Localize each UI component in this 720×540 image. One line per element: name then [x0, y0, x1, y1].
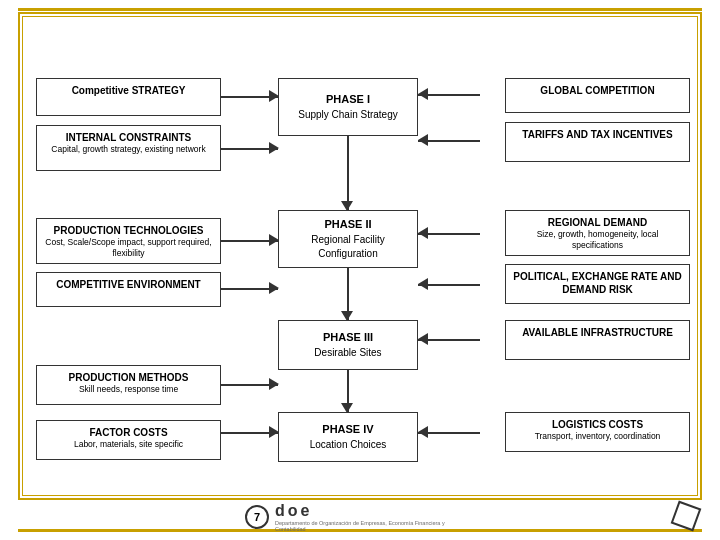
arrow-competitive-to-phase1: [269, 90, 279, 102]
tariffs-tax-label: TARIFFS AND TAX INCENTIVES: [512, 128, 683, 141]
logo-text: doe: [275, 502, 475, 520]
top-gold-line: [18, 8, 702, 11]
political-exchange-label: POLITICAL, EXCHANGE RATE AND DEMAND RISK: [512, 270, 683, 296]
phase4-box: PHASE IV Location Choices: [278, 412, 418, 462]
production-tech-box: PRODUCTION TECHNOLOGIES Cost, Scale/Scop…: [36, 218, 221, 264]
production-tech-title: PRODUCTION TECHNOLOGIES: [43, 224, 214, 237]
regional-demand-sub: Size, growth, homogeneity, local specifi…: [512, 229, 683, 251]
phase1-box: PHASE I Supply Chain Strategy: [278, 78, 418, 136]
production-tech-sub: Cost, Scale/Scope impact, support requir…: [43, 237, 214, 259]
logo-name: doe Departamento de Organización de Empr…: [275, 502, 475, 532]
arrow-regional-to-phase2: [418, 227, 428, 239]
phase3-title: PHASE III: [323, 330, 373, 345]
arrow-prodtech-to-phase2: [269, 234, 279, 246]
production-methods-sub: Skill needs, response time: [43, 384, 214, 395]
logistics-costs-title: LOGISTICS COSTS: [512, 418, 683, 431]
logo-subtext: Departamento de Organización de Empresas…: [275, 520, 475, 532]
competitive-strategy-box: Competitive STRATEGY: [36, 78, 221, 116]
production-methods-title: PRODUCTION METHODS: [43, 371, 214, 384]
phase2-to-phase3-arrow: [341, 311, 353, 321]
arrow-factor-to-phase4: [269, 426, 279, 438]
regional-demand-box: REGIONAL DEMAND Size, growth, homogeneit…: [505, 210, 690, 256]
available-infra-label: AVAILABLE INFRASTRUCTURE: [512, 326, 683, 339]
competitive-strategy-label: Competitive STRATEGY: [72, 85, 186, 96]
phase1-sub: Supply Chain Strategy: [298, 108, 398, 122]
factor-costs-sub: Labor, materials, site specific: [43, 439, 214, 450]
footer: 7 doe Departamento de Organización de Em…: [0, 502, 720, 532]
internal-constraints-box: INTERNAL CONSTRAINTS Capital, growth str…: [36, 125, 221, 171]
phase2-sub: Regional Facility Configuration: [287, 233, 409, 261]
phase2-box: PHASE II Regional Facility Configuration: [278, 210, 418, 268]
competitive-env-label: COMPETITIVE ENVIRONMENT: [56, 279, 200, 290]
factor-costs-box: FACTOR COSTS Labor, materials, site spec…: [36, 420, 221, 460]
global-competition-box: GLOBAL COMPETITION: [505, 78, 690, 113]
phase3-sub: Desirable Sites: [314, 346, 381, 360]
phase1-to-phase2-line: [347, 136, 349, 210]
phase4-sub: Location Choices: [310, 438, 387, 452]
phase4-title: PHASE IV: [322, 422, 373, 437]
phase3-box: PHASE III Desirable Sites: [278, 320, 418, 370]
regional-demand-title: REGIONAL DEMAND: [512, 216, 683, 229]
arrow-compenv-to-phase2: [269, 282, 279, 294]
logo-area: 7 doe Departamento de Organización de Em…: [245, 502, 475, 532]
arrow-political-to-phase2: [418, 278, 428, 290]
arrow-infra-to-phase3: [418, 333, 428, 345]
arrow-logistics-to-phase4: [418, 426, 428, 438]
logistics-costs-box: LOGISTICS COSTS Transport, inventory, co…: [505, 412, 690, 452]
arrow-internal-to-phase1: [269, 142, 279, 154]
logo-symbol: 7: [254, 511, 260, 523]
factor-costs-title: FACTOR COSTS: [43, 426, 214, 439]
arrow-global-to-phase1: [418, 88, 428, 100]
internal-constraints-sub: Capital, growth strategy, existing netwo…: [43, 144, 214, 155]
available-infra-box: AVAILABLE INFRASTRUCTURE: [505, 320, 690, 360]
logo-icon: 7: [245, 505, 269, 529]
global-competition-label: GLOBAL COMPETITION: [540, 85, 654, 96]
logistics-costs-sub: Transport, inventory, coordination: [512, 431, 683, 442]
phase2-title: PHASE II: [324, 217, 371, 232]
tariffs-tax-box: TARIFFS AND TAX INCENTIVES: [505, 122, 690, 162]
arrow-tariffs-to-phase1: [418, 134, 428, 146]
phase1-to-phase2-arrow: [341, 201, 353, 211]
arrow-prodmethods-to-phase3: [269, 378, 279, 390]
production-methods-box: PRODUCTION METHODS Skill needs, response…: [36, 365, 221, 405]
internal-constraints-title: INTERNAL CONSTRAINTS: [43, 131, 214, 144]
phase1-title: PHASE I: [326, 92, 370, 107]
phase3-to-phase4-arrow: [341, 403, 353, 413]
competitive-env-box: COMPETITIVE ENVIRONMENT: [36, 272, 221, 307]
political-exchange-box: POLITICAL, EXCHANGE RATE AND DEMAND RISK: [505, 264, 690, 304]
